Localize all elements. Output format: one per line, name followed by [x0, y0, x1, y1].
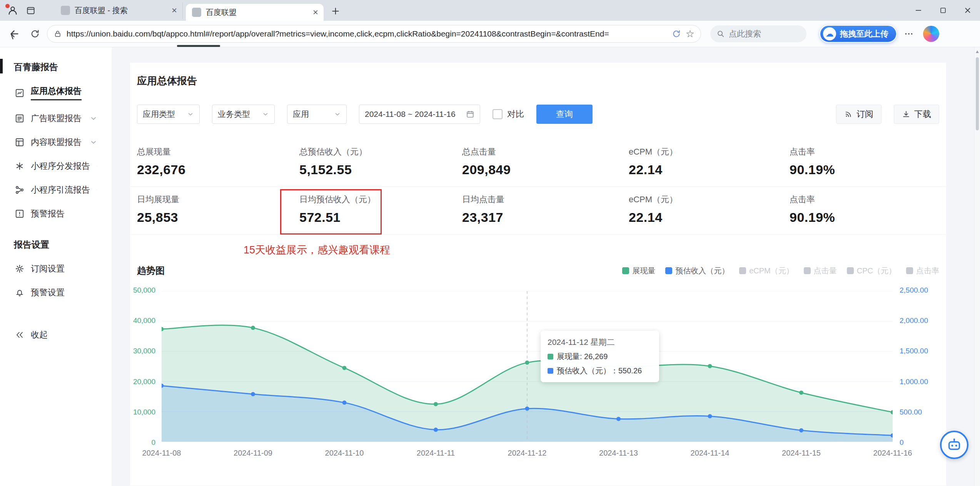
chart-legend: 展现量 预估收入（元） eCPM（元） 点击量 [622, 266, 939, 276]
search-icon [716, 30, 725, 38]
scrollbar-up-arrow-icon[interactable] [976, 50, 979, 53]
tooltip-swatch [548, 354, 553, 360]
alert-report-icon [15, 209, 25, 219]
stats-summary: 总展现量 232,676 总预估收入（元） 5,152.55 总点击量 209,… [130, 139, 946, 235]
lock-icon [53, 30, 62, 38]
legend-item-impressions[interactable]: 展现量 [622, 266, 655, 276]
tooltip-row-impressions: 展现量: 26,269 [548, 351, 652, 362]
cloud-upload-icon: ☁ [823, 27, 836, 40]
more-dots-icon [904, 29, 914, 39]
main-area: 应用总体报告 应用类型 业务类型 应用 2024-1 [112, 47, 975, 486]
chart-title: 趋势图 [137, 265, 165, 277]
ad-report-icon [15, 113, 25, 123]
biz-type-select[interactable]: 业务类型 [212, 105, 275, 124]
stat-total-income: 总预估收入（元） 5,152.55 [299, 146, 462, 177]
legend-item-ecpm[interactable]: eCPM（元） [739, 266, 794, 276]
stat-ctr: 点击率 90.19% [790, 146, 946, 177]
miniapp-icon [15, 161, 25, 171]
sidebar-item-app-overall-report[interactable]: 应用总体报告 [0, 79, 112, 107]
report-card: 应用总体报告 应用类型 业务类型 应用 2024-1 [130, 63, 946, 486]
legend-item-cpc[interactable]: CPC（元） [847, 266, 896, 276]
refresh-button[interactable] [26, 25, 44, 43]
sidebar-item-miniapp-distribution-report[interactable]: 小程序分发报告 [0, 154, 112, 178]
app-select[interactable]: 应用 [287, 105, 347, 124]
minimize-icon [914, 6, 923, 15]
sidebar-item-content-union-report[interactable]: 内容联盟报告 [0, 130, 112, 154]
tab-baidu-union[interactable]: 百度联盟 × [186, 4, 324, 21]
sidebar-item-miniapp-referral-report[interactable]: 小程序引流报告 [0, 178, 112, 202]
sidebar-item-alert-settings[interactable]: 预警设置 [0, 281, 112, 305]
sync-icon[interactable] [672, 29, 681, 38]
sidebar-section-settings: 报告设置 [0, 236, 112, 257]
stat-ctr: 点击率 90.19% [790, 194, 946, 225]
stat-daily-impressions: 日均展现量 25,853 [137, 194, 299, 225]
tab-favicon [192, 8, 201, 17]
favorite-star-icon[interactable]: ☆ [686, 29, 695, 39]
date-range-picker[interactable]: 2024-11-08 ~ 2024-11-16 [359, 105, 480, 124]
chart-plot-area[interactable] [162, 291, 893, 442]
search-placeholder: 点此搜索 [729, 28, 761, 39]
stat-total-impressions: 总展现量 232,676 [137, 146, 299, 177]
minimize-button[interactable] [906, 0, 931, 21]
compare-option[interactable]: 对比 [493, 108, 524, 120]
filter-row: 应用类型 业务类型 应用 2024-11-08 ~ 2024-11-16 [137, 105, 939, 124]
profile-avatar[interactable] [5, 3, 20, 18]
drag-upload-button[interactable]: ☁ 拖拽至此上传 [820, 25, 897, 43]
close-button[interactable] [955, 0, 980, 21]
query-button[interactable]: 查询 [536, 105, 593, 124]
chevron-down-icon [187, 111, 194, 118]
legend-swatch [622, 267, 629, 274]
tab-close-icon[interactable]: × [313, 8, 318, 17]
tab-close-icon[interactable]: × [172, 6, 177, 15]
sidebar-item-ad-union-report[interactable]: 广告联盟报告 [0, 107, 112, 130]
copilot-icon[interactable] [923, 26, 939, 42]
stat-daily-income: 日均预估收入（元） 572.51 [299, 194, 462, 225]
trend-chart[interactable]: 50,000 40,000 30,000 20,000 10,000 0 2,5… [130, 278, 946, 478]
browser-navbar: https://union.baidu.com/bqt/appco.html#/… [0, 21, 980, 47]
browser-menu-button[interactable] [900, 25, 918, 43]
sidebar-item-subscription-settings[interactable]: 订阅设置 [0, 257, 112, 281]
legend-item-ctr[interactable]: 点击率 [906, 266, 939, 276]
back-button[interactable] [5, 25, 23, 43]
download-button[interactable]: 下载 [894, 105, 939, 124]
bell-icon [15, 288, 25, 298]
page-title: 应用总体报告 [130, 63, 946, 88]
sidebar-gap [0, 226, 112, 236]
upload-label: 拖拽至此上传 [840, 28, 888, 39]
url-text[interactable]: https://union.baidu.com/bqt/appco.html#/… [67, 29, 667, 38]
report-chart-icon [15, 88, 25, 98]
sidebar: 百青藤报告 应用总体报告 广告联盟报告 内容联盟报告 小程序分发报告 [0, 47, 112, 486]
address-bar[interactable]: https://union.baidu.com/bqt/appco.html#/… [47, 25, 701, 43]
y-axis-right: 2,500.00 2,000.00 1,500.00 1,000.00 500.… [900, 286, 942, 447]
stat-daily-clicks: 日均点击量 23,317 [462, 194, 629, 225]
page-scrollbar[interactable] [974, 47, 980, 486]
download-icon [902, 110, 910, 118]
browser-window: 百度联盟 - 搜索 × 百度联盟 × [0, 0, 980, 486]
new-tab-button[interactable] [331, 6, 341, 18]
gear-icon [15, 264, 25, 274]
workspaces-button[interactable] [24, 3, 38, 17]
legend-swatch [847, 267, 854, 274]
chevron-down-icon [262, 111, 269, 118]
tooltip-row-income: 预估收入（元）：550.26 [548, 366, 652, 376]
compare-checkbox[interactable] [493, 109, 503, 119]
assistant-bot-button[interactable] [940, 431, 968, 459]
chevron-down-icon [90, 115, 97, 122]
collapse-arrows-icon [15, 330, 25, 340]
legend-item-income[interactable]: 预估收入（元） [665, 266, 729, 276]
app-type-select[interactable]: 应用类型 [137, 105, 200, 124]
sidebar-item-alert-report[interactable]: 预警报告 [0, 202, 112, 226]
subscribe-button[interactable]: 订阅 [836, 105, 881, 124]
tooltip-swatch [548, 368, 553, 374]
red-annotation-text: 15天收益展示，感兴趣观看课程 [244, 243, 946, 257]
sidebar-collapse-button[interactable]: 收起 [0, 323, 112, 347]
chevron-down-icon [96, 162, 97, 170]
plus-icon [331, 6, 341, 16]
stats-row-totals: 总展现量 232,676 总预估收入（元） 5,152.55 总点击量 209,… [130, 139, 946, 187]
tab-baidu-union-search[interactable]: 百度联盟 - 搜索 × [55, 2, 183, 19]
section-marker [0, 59, 3, 73]
search-box[interactable]: 点此搜索 [710, 25, 806, 42]
scrollbar-thumb[interactable] [976, 57, 979, 130]
legend-item-clicks[interactable]: 点击量 [804, 266, 837, 276]
maximize-button[interactable] [931, 0, 955, 21]
